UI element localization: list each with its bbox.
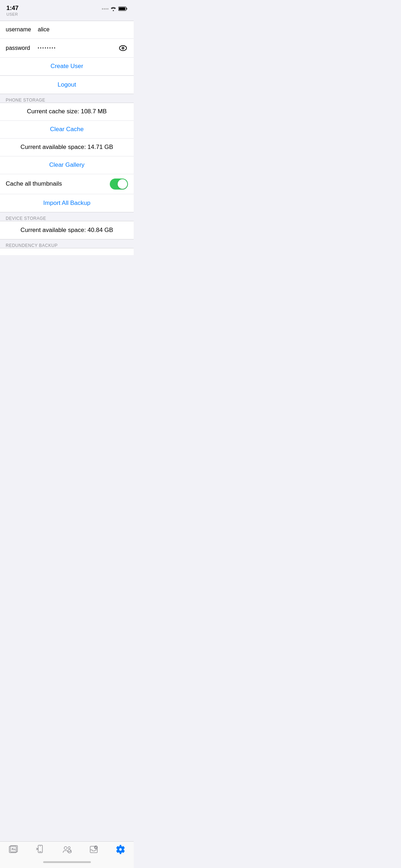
import-backup-button[interactable]: Import All Backup bbox=[43, 200, 90, 207]
password-dots: •••••••• bbox=[38, 46, 56, 50]
username-input[interactable] bbox=[38, 26, 128, 33]
status-user-label: USER bbox=[6, 12, 19, 18]
device-available-space-row: Current available space: 40.84 GB bbox=[0, 221, 134, 239]
logout-row[interactable]: Logout bbox=[0, 76, 134, 94]
available-space-text: Current available space: 14.71 GB bbox=[21, 144, 113, 151]
status-time: 1:47 bbox=[6, 5, 19, 12]
available-space-row: Current available space: 14.71 GB bbox=[0, 139, 134, 156]
device-available-space-text: Current available space: 40.84 GB bbox=[21, 227, 113, 234]
clear-gallery-row[interactable]: Clear Gallery bbox=[0, 156, 134, 174]
import-backup-row[interactable]: Import All Backup bbox=[0, 194, 134, 212]
cache-thumbnails-row: Cache all thumbnails bbox=[0, 174, 134, 194]
battery-icon bbox=[118, 6, 127, 11]
svg-rect-2 bbox=[119, 7, 125, 10]
cache-size-row: Current cache size: 108.7 MB bbox=[0, 103, 134, 121]
toggle-knob bbox=[118, 179, 127, 189]
signal-icon bbox=[102, 8, 108, 10]
svg-rect-1 bbox=[127, 8, 127, 10]
clear-cache-row[interactable]: Clear Cache bbox=[0, 121, 134, 139]
device-storage-spacer: DEVICE STORAGE bbox=[0, 212, 134, 221]
cache-size-text: Current cache size: 108.7 MB bbox=[27, 108, 107, 115]
device-storage-section: Current available space: 40.84 GB bbox=[0, 221, 134, 239]
status-icons bbox=[102, 5, 127, 11]
create-user-row[interactable]: Create User bbox=[0, 58, 134, 76]
phone-storage-spacer: PHONE STORAGE bbox=[0, 94, 134, 103]
redundancy-content bbox=[0, 248, 134, 255]
username-label: username bbox=[6, 26, 38, 33]
cache-thumbnails-label: Cache all thumbnails bbox=[6, 180, 62, 187]
wifi-icon bbox=[110, 7, 116, 11]
clear-gallery-button[interactable]: Clear Gallery bbox=[49, 161, 84, 169]
content-scroll: username password •••••••• Create User L… bbox=[0, 21, 134, 287]
svg-point-5 bbox=[123, 47, 124, 48]
cache-thumbnails-toggle[interactable] bbox=[110, 179, 128, 190]
redundancy-backup-spacer: REDUNDENCY BACKUP bbox=[0, 239, 134, 248]
password-row: password •••••••• bbox=[0, 39, 134, 58]
status-bar: 1:47 USER bbox=[0, 0, 134, 19]
phone-storage-section: Current cache size: 108.7 MB Clear Cache… bbox=[0, 103, 134, 212]
password-label: password bbox=[6, 45, 38, 51]
user-section: username password •••••••• Create User L… bbox=[0, 21, 134, 94]
eye-icon[interactable] bbox=[118, 43, 128, 53]
clear-cache-button[interactable]: Clear Cache bbox=[50, 126, 84, 133]
logout-button[interactable]: Logout bbox=[58, 81, 76, 88]
username-row: username bbox=[0, 21, 134, 39]
create-user-button[interactable]: Create User bbox=[51, 63, 83, 70]
